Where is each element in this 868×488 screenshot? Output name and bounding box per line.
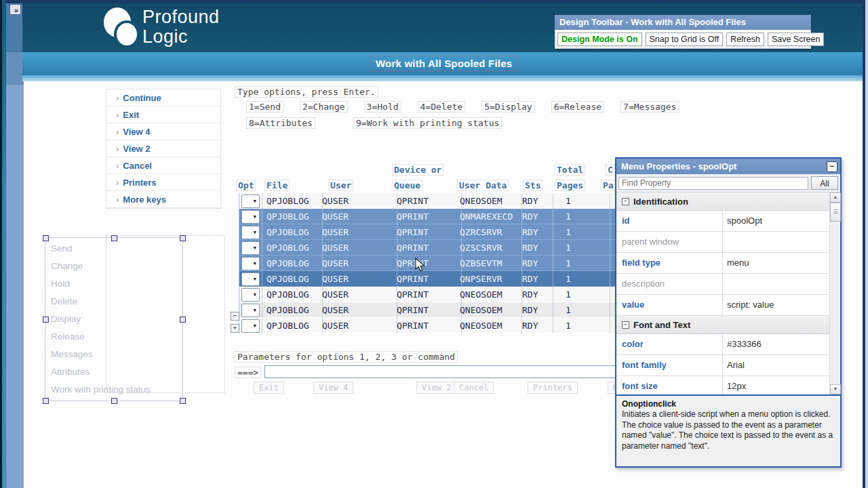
menu-option[interactable]: Change bbox=[51, 258, 151, 275]
function-menu-item[interactable]: › View 2 bbox=[106, 140, 220, 157]
table-row[interactable]: ▾ QPJOBLOG QUSER QPRINT QZBSEVTM RDY 1 bbox=[239, 256, 631, 271]
function-menu-item[interactable]: › Printers bbox=[106, 174, 220, 191]
option-select[interactable]: ▾ bbox=[241, 226, 260, 239]
scroll-up-icon[interactable]: ▲ bbox=[830, 192, 841, 203]
menu-option[interactable]: Attributes bbox=[51, 363, 151, 381]
minimize-icon[interactable]: − bbox=[827, 161, 837, 172]
ghost-view2-button[interactable]: View 2 bbox=[416, 382, 456, 394]
ghost-exit-button[interactable]: Exit bbox=[254, 382, 284, 394]
properties-panel-titlebar[interactable]: Menu Properties - spoolOpt − bbox=[616, 159, 840, 174]
option-label: 1=Send bbox=[246, 101, 283, 113]
menu-option[interactable]: Delete bbox=[51, 293, 151, 310]
page-title: Work with All Spooled Files bbox=[370, 56, 518, 71]
resize-handle[interactable] bbox=[111, 235, 117, 241]
cell-user: QUSER bbox=[317, 193, 397, 209]
cell-opt: ▾ bbox=[239, 302, 262, 318]
table-row[interactable]: ▾ QPJOBLOG QUSER QPRINT QNMAREXECD RDY 1 bbox=[239, 209, 631, 224]
function-menu-item[interactable]: › Continue bbox=[106, 89, 220, 106]
cell-queue: QPRINT bbox=[392, 193, 462, 209]
design-toolbar-button[interactable]: Snap to Grid is Off bbox=[646, 33, 724, 46]
help-text: Initiates a client-side script when a me… bbox=[622, 409, 835, 451]
function-menu-item[interactable]: › Cancel bbox=[106, 157, 220, 174]
resize-handle[interactable] bbox=[43, 235, 49, 241]
option-select[interactable]: ▾ bbox=[241, 304, 260, 317]
table-row[interactable]: ▾ QPJOBLOG QUSER QPRINT QNEOSOEM RDY 1 bbox=[239, 287, 631, 302]
all-properties-button[interactable]: All bbox=[811, 176, 838, 190]
property-value[interactable]: script: value bbox=[722, 295, 829, 315]
properties-scrollbar[interactable]: ▲ ☰ ▼ bbox=[829, 192, 840, 394]
menu-option[interactable]: Messages bbox=[51, 346, 151, 363]
function-menu-item-label: View 4 bbox=[123, 127, 150, 137]
property-value[interactable] bbox=[722, 232, 829, 252]
cell-user-data: QNEOSOEM bbox=[456, 287, 522, 302]
option-select[interactable]: ▾ bbox=[241, 288, 260, 302]
menu-option[interactable]: Release bbox=[51, 328, 151, 346]
property-label: font size bbox=[616, 376, 722, 394]
table-row[interactable]: ▾ QPJOBLOG QUSER QPRINT QZRCSRVR RDY 1 bbox=[239, 224, 631, 240]
cell-user: QUSER bbox=[317, 256, 397, 271]
ghost-printers-button[interactable]: Printers bbox=[528, 382, 578, 394]
property-value[interactable]: 12px bbox=[722, 376, 829, 394]
menu-properties-panel: Menu Properties - spoolOpt − All − Ident… bbox=[615, 157, 842, 468]
design-toolbar: Design Toolbar - Work with All Spooled F… bbox=[555, 15, 811, 49]
option-select[interactable]: ▾ bbox=[241, 272, 260, 286]
cell-user: QUSER bbox=[317, 224, 397, 240]
resize-handle[interactable] bbox=[180, 235, 186, 241]
column-header-opt: Opt bbox=[236, 180, 256, 191]
scroll-down-icon[interactable]: ▼ bbox=[830, 384, 841, 394]
chevron-right-icon: › bbox=[116, 161, 119, 171]
option-select[interactable]: ▾ bbox=[241, 210, 260, 224]
property-value[interactable]: spoolOpt bbox=[722, 211, 829, 231]
property-value[interactable] bbox=[722, 274, 829, 294]
property-value[interactable]: #333366 bbox=[722, 334, 829, 354]
function-menu-item-label: More keys bbox=[123, 195, 166, 205]
option-select[interactable]: ▾ bbox=[241, 319, 260, 333]
column-header-user: User bbox=[328, 180, 353, 191]
resize-handle[interactable] bbox=[111, 398, 117, 404]
table-row[interactable]: ▾ QPJOBLOG QUSER QPRINT QNEOSOEM RDY 1 bbox=[239, 193, 631, 209]
option-select[interactable]: ▾ bbox=[241, 257, 260, 270]
design-toolbar-button[interactable]: Refresh bbox=[726, 33, 764, 46]
resize-handle[interactable] bbox=[180, 317, 186, 323]
cell-user: QUSER bbox=[317, 271, 397, 287]
cell-file: QPJOBLOG bbox=[262, 209, 323, 224]
menu-option[interactable]: Send bbox=[51, 240, 151, 258]
design-toolbar-button[interactable]: Save Screen bbox=[768, 33, 825, 46]
parameters-label: Parameters for options 1, 2, 3 or comman… bbox=[235, 351, 458, 363]
section-font-and-text[interactable]: − Font and Text bbox=[616, 316, 840, 334]
dropdown-arrow-icon: ▾ bbox=[252, 321, 257, 331]
design-toolbar-button[interactable]: Design Mode is On bbox=[557, 33, 642, 46]
command-input[interactable] bbox=[264, 365, 624, 378]
expand-sidebar-button[interactable]: » bbox=[9, 4, 21, 15]
menu-option[interactable]: Work with printing status bbox=[51, 381, 151, 399]
option-label: 3=Hold bbox=[364, 101, 401, 113]
function-menu-item[interactable]: › View 4 bbox=[106, 123, 220, 140]
function-menu-item[interactable]: › More keys bbox=[106, 191, 220, 208]
function-menu-item[interactable]: › Exit bbox=[106, 106, 220, 123]
property-row: font size 12px bbox=[616, 376, 840, 394]
resize-handle[interactable] bbox=[180, 398, 186, 404]
menu-option[interactable]: Display bbox=[51, 310, 151, 328]
scrollbar-thumb[interactable]: ☰ bbox=[830, 203, 841, 222]
ghost-cancel-button[interactable]: Cancel bbox=[454, 382, 494, 394]
spooled-files-grid: ▾ QPJOBLOG QUSER QPRINT QNEOSOEM RDY 1 ▾… bbox=[239, 193, 631, 333]
expand-row-icon[interactable]: + bbox=[231, 324, 239, 333]
property-value[interactable]: Arial bbox=[722, 355, 829, 375]
option-select[interactable]: ▾ bbox=[241, 241, 260, 255]
resize-handle[interactable] bbox=[43, 317, 49, 323]
menu-option[interactable]: Hold bbox=[51, 275, 151, 293]
resize-handle[interactable] bbox=[43, 398, 49, 404]
option-select[interactable]: ▾ bbox=[241, 195, 260, 208]
table-row[interactable]: ▾ QPJOBLOG QUSER QPRINT QZSCSRVR RDY 1 bbox=[239, 240, 631, 256]
dropdown-arrow-icon: ▾ bbox=[252, 305, 257, 315]
section-identification[interactable]: − Identification bbox=[616, 192, 840, 211]
collapse-row-icon[interactable]: − bbox=[231, 312, 239, 321]
table-row[interactable]: ▾ QPJOBLOG QUSER QPRINT QNEOSOEM RDY 1 bbox=[239, 302, 631, 318]
property-label: id bbox=[616, 211, 722, 231]
find-property-input[interactable] bbox=[618, 177, 808, 190]
table-row[interactable]: ▾ QPJOBLOG QUSER QPRINT QNPSERVR RDY 1 bbox=[239, 271, 631, 287]
table-row[interactable]: ▾ QPJOBLOG QUSER QPRINT QNEOSOEM RDY 1 bbox=[239, 318, 631, 333]
ghost-view4-button[interactable]: View 4 bbox=[313, 382, 353, 394]
property-value[interactable]: menu bbox=[722, 253, 829, 273]
chevron-right-icon: › bbox=[116, 144, 119, 154]
